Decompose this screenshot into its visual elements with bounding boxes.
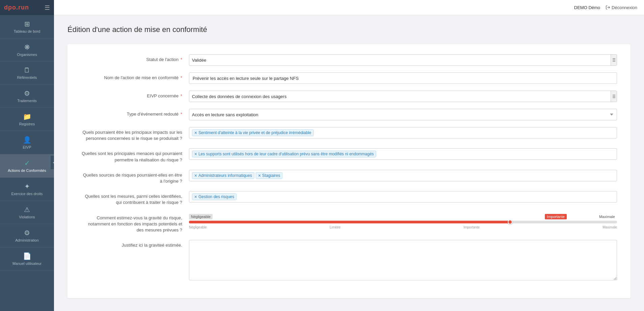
logo-suffix: .run xyxy=(16,4,29,11)
form-card: Statut de l'action * Validée Nom de l'ac… xyxy=(67,44,631,298)
logout-label: Déconnexion xyxy=(612,5,637,10)
form-row-sources: Quelles sources de risques pourraient-el… xyxy=(81,170,617,184)
menu-toggle-icon[interactable]: ☰ xyxy=(45,4,50,11)
statut-label: Statut de l'action * xyxy=(81,54,189,63)
gravity-label-importante: Importante xyxy=(545,214,567,219)
mesure-tag-text-0: Gestion des risques xyxy=(198,194,234,199)
impacts-control-wrap: × Sentiment d'atteinte à la vie privée e… xyxy=(189,127,617,138)
logout-button[interactable]: Déconnexion xyxy=(606,5,637,10)
type-evenement-label: Type d'événement redouté * xyxy=(81,109,189,117)
sidebar-label-organismes: Organismes xyxy=(17,53,37,57)
nom-action-control-wrap xyxy=(189,72,617,84)
sidebar-label-eivp: EIVP xyxy=(23,145,31,149)
impact-tag-0[interactable]: × Sentiment d'atteinte à la vie privée e… xyxy=(192,129,314,136)
sidebar-item-actions-conformites[interactable]: ✓ Actions de Conformités xyxy=(0,154,54,178)
gravity-section: Négligeable Importante Maximale Négligea… xyxy=(189,214,617,229)
type-evenement-select[interactable]: Accès en lecture sans exploitation xyxy=(189,109,617,120)
source-tag-0[interactable]: × Administrateurs informatiques xyxy=(192,172,254,179)
sidebar-item-violations[interactable]: ⚠ Violations xyxy=(0,201,54,224)
gravity-scale-labels: Négligeable Limitée Importante Maximale xyxy=(189,225,617,229)
page-title: Édition d'une action de mise en conformi… xyxy=(67,25,631,34)
impact-tag-text-0: Sentiment d'atteinte à la vie privée et … xyxy=(198,130,311,135)
sidebar-label-manuel: Manuel utilisateur xyxy=(12,261,41,266)
form-row-nom-action: Nom de l'action de mise en conformité * xyxy=(81,72,617,84)
administration-icon: ⚙ xyxy=(24,229,30,237)
source-tag-1[interactable]: × Stagiaires xyxy=(256,172,283,179)
sidebar-label-violations: Violations xyxy=(19,215,35,219)
sidebar-item-registres[interactable]: 📁 Registres xyxy=(0,108,54,131)
justification-textarea[interactable] xyxy=(189,240,617,280)
sidebar-item-eivp[interactable]: 👤 EIVP xyxy=(0,131,54,154)
sidebar-item-manuel-utilisateur[interactable]: 📄 Manuel utilisateur xyxy=(0,247,54,271)
manuel-icon: 📄 xyxy=(23,252,31,260)
form-row-statut: Statut de l'action * Validée xyxy=(81,54,617,66)
form-row-gravite: Comment estimez-vous la gravité du risqu… xyxy=(81,213,617,234)
gravity-slider-track[interactable] xyxy=(189,221,617,223)
form-row-impacts: Quels pourraient être les principaux imp… xyxy=(81,127,617,142)
sidebar-item-administration[interactable]: ⚙ Administration xyxy=(0,224,54,247)
nom-action-input[interactable] xyxy=(189,72,617,84)
sidebar-collapse-button[interactable]: ◀ xyxy=(51,156,54,169)
app-logo: dpo.run xyxy=(4,4,29,11)
sidebar-label-administration: Administration xyxy=(15,238,39,242)
traitements-icon: ⚙ xyxy=(24,89,30,97)
gravity-slider-thumb[interactable] xyxy=(508,220,512,224)
eivp-value: Collecte des données de connexion des us… xyxy=(192,94,286,99)
sidebar-header: dpo.run ☰ xyxy=(0,0,54,15)
actions-conformites-icon: ✓ xyxy=(24,159,30,167)
gravite-control-wrap: Négligeable Importante Maximale Négligea… xyxy=(189,213,617,229)
content-area: Édition d'une action de mise en conformi… xyxy=(54,15,644,311)
impacts-tags-input[interactable]: × Sentiment d'atteinte à la vie privée e… xyxy=(189,127,617,138)
source-tag-remove-0[interactable]: × xyxy=(194,173,197,178)
menace-tag-text-0: Les supports sont utilisés hors de leur … xyxy=(198,152,374,156)
form-row-mesures: Quelles sont les mesures, parmi celles i… xyxy=(81,191,617,206)
source-tag-remove-1[interactable]: × xyxy=(258,173,261,178)
mesures-control-wrap: × Gestion des risques xyxy=(189,191,617,203)
sources-tags-input[interactable]: × Administrateurs informatiques × Stagia… xyxy=(189,170,617,181)
nom-action-label: Nom de l'action de mise en conformité * xyxy=(81,72,189,81)
scale-label-maximale: Maximale xyxy=(603,225,617,229)
logout-icon xyxy=(606,5,610,10)
statut-scroll-indicator xyxy=(611,55,617,65)
scale-label-importante: Importante xyxy=(464,225,480,229)
main-area: DEMO Démo Déconnexion Édition d'une acti… xyxy=(54,0,644,311)
exercice-droits-icon: ✦ xyxy=(24,182,30,190)
justification-control-wrap xyxy=(189,240,617,281)
sidebar-item-exercice-droits[interactable]: ✦ Exercice des droits xyxy=(0,178,54,201)
mesure-tag-remove-0[interactable]: × xyxy=(194,194,197,199)
eivp-icon: 👤 xyxy=(23,136,31,144)
sidebar-label-traitements: Traitements xyxy=(17,99,37,103)
form-row-justification: Justifiez ici la graviteé estimée. xyxy=(81,240,617,281)
menaces-label: Quelles sont les principales menaces qui… xyxy=(81,148,189,163)
user-label: DEMO Démo xyxy=(574,5,600,10)
menaces-control-wrap: × Les supports sont utilisés hors de leu… xyxy=(189,148,617,160)
eivp-label: EIVP concernée * xyxy=(81,91,189,99)
sidebar-item-organismes[interactable]: ❋ Organismes xyxy=(0,38,54,62)
referentiels-icon: 🗒 xyxy=(24,66,30,74)
sidebar-item-traitements[interactable]: ⚙ Traitements xyxy=(0,85,54,108)
statut-select[interactable]: Validée xyxy=(189,54,617,66)
eivp-select[interactable]: Collecte des données de connexion des us… xyxy=(189,91,617,102)
sources-control-wrap: × Administrateurs informatiques × Stagia… xyxy=(189,170,617,181)
impact-tag-remove-0[interactable]: × xyxy=(194,130,197,135)
scale-label-negligeable: Négligeable xyxy=(189,225,207,229)
eivp-control-wrap: Collecte des données de connexion des us… xyxy=(189,91,617,102)
impacts-label: Quels pourraient être les principaux imp… xyxy=(81,127,189,142)
form-row-menaces: Quelles sont les principales menaces qui… xyxy=(81,148,617,163)
sources-label: Quelles sources de risques pourraient-el… xyxy=(81,170,189,184)
logo-text: dpo xyxy=(4,4,16,11)
sidebar-label-exercice-droits: Exercice des droits xyxy=(11,192,43,196)
menaces-tags-input[interactable]: × Les supports sont utilisés hors de leu… xyxy=(189,148,617,160)
type-evenement-control-wrap: Accès en lecture sans exploitation xyxy=(189,109,617,120)
eivp-scroll-indicator xyxy=(611,91,617,102)
mesures-tags-input[interactable]: × Gestion des risques xyxy=(189,191,617,203)
sidebar-item-referentiels[interactable]: 🗒 Référentiels xyxy=(0,62,54,85)
topbar: DEMO Démo Déconnexion xyxy=(54,0,644,15)
menace-tag-remove-0[interactable]: × xyxy=(194,152,197,156)
sidebar-label-tableau-de-bord: Tableau de bord xyxy=(14,29,40,33)
registres-icon: 📁 xyxy=(23,113,31,121)
gravity-label-negligeable: Négligeable xyxy=(189,214,213,219)
sidebar-item-tableau-de-bord[interactable]: ⊞ Tableau de bord xyxy=(0,15,54,38)
menace-tag-0[interactable]: × Les supports sont utilisés hors de leu… xyxy=(192,151,376,157)
mesure-tag-0[interactable]: × Gestion des risques xyxy=(192,193,236,200)
